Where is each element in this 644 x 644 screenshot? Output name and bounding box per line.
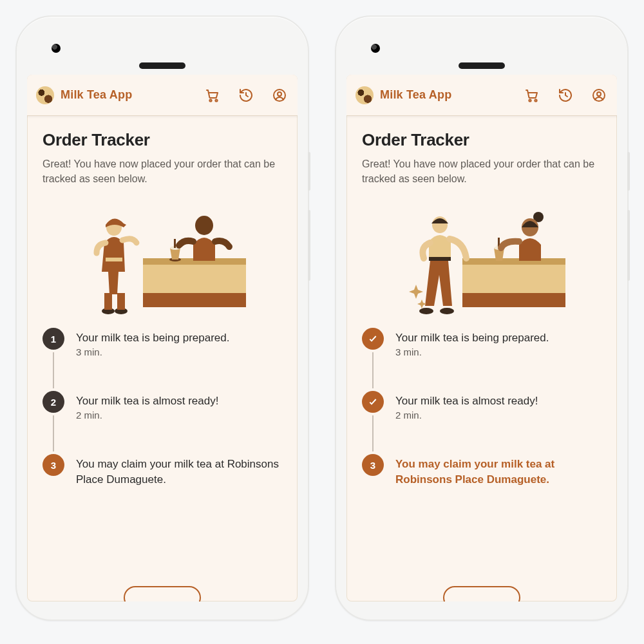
step-2: 2 Your milk tea is almost ready! 2 min. xyxy=(43,391,282,454)
step-eta: 3 min. xyxy=(395,346,549,357)
speaker-slot xyxy=(139,62,185,69)
step-badge: 1 xyxy=(43,328,64,350)
step-1: Your milk tea is being prepared. 3 min. xyxy=(362,328,601,391)
step-connector xyxy=(372,415,374,451)
illustration-counter xyxy=(43,196,282,319)
check-icon xyxy=(368,334,378,344)
svg-point-0 xyxy=(209,99,211,101)
phone-sensors xyxy=(27,27,298,75)
phone-mockup-progress: Milk Tea App Order Tracker Great! You ha… xyxy=(15,15,309,621)
step-badge-done xyxy=(362,391,384,413)
app-name: Milk Tea App xyxy=(61,88,132,102)
bottom-button-peek[interactable] xyxy=(443,586,520,601)
cart-icon[interactable] xyxy=(523,86,541,104)
svg-point-1 xyxy=(215,99,217,101)
page-subtitle: Great! You have now placed your order th… xyxy=(43,156,282,186)
account-icon[interactable] xyxy=(270,86,289,104)
svg-rect-9 xyxy=(174,239,176,248)
cart-icon[interactable] xyxy=(204,86,222,104)
step-3: 3 You may claim your milk tea at Robinso… xyxy=(362,454,601,488)
step-title: Your milk tea is almost ready! xyxy=(76,393,218,409)
app-bar: Milk Tea App xyxy=(346,75,617,116)
step-eta: 3 min. xyxy=(76,346,229,357)
svg-point-20 xyxy=(597,92,601,96)
history-icon[interactable] xyxy=(556,86,574,104)
step-title: Your milk tea is being prepared. xyxy=(395,330,549,346)
step-badge: 3 xyxy=(43,454,64,476)
app-bar: Milk Tea App xyxy=(27,75,298,116)
step-eta: 2 min. xyxy=(76,410,218,421)
step-connector xyxy=(53,352,54,388)
svg-point-3 xyxy=(278,92,281,96)
step-title: You may claim your milk tea at Robinsons… xyxy=(76,457,282,488)
step-connector xyxy=(372,352,374,388)
svg-point-17 xyxy=(529,99,531,101)
svg-point-30 xyxy=(419,308,433,314)
order-steps: 1 Your milk tea is being prepared. 3 min… xyxy=(43,328,282,488)
step-2: Your milk tea is almost ready! 2 min. xyxy=(362,391,601,454)
camera-dot xyxy=(52,44,61,53)
svg-rect-12 xyxy=(106,258,122,261)
page-content: Order Tracker Great! You have now placed… xyxy=(27,116,298,488)
app-screen: Milk Tea App Order Tracker Great! You ha… xyxy=(346,75,617,601)
phone-sensors xyxy=(346,27,617,75)
phone-mockup-ready: Milk Tea App Order Tracker Great! You ha… xyxy=(335,15,629,621)
illustration-pickup xyxy=(362,196,601,319)
svg-point-31 xyxy=(440,308,454,314)
page-title: Order Tracker xyxy=(43,130,282,150)
step-title: Your milk tea is being prepared. xyxy=(76,330,229,346)
svg-rect-16 xyxy=(117,293,125,310)
speaker-slot xyxy=(459,62,505,69)
camera-dot xyxy=(371,44,380,53)
step-badge-done xyxy=(362,328,384,350)
page-content: Order Tracker Great! You have now placed… xyxy=(346,116,617,488)
app-screen: Milk Tea App Order Tracker Great! You ha… xyxy=(27,75,298,601)
svg-point-18 xyxy=(535,99,536,101)
step-badge: 3 xyxy=(362,454,384,476)
account-icon[interactable] xyxy=(590,86,608,104)
page-title: Order Tracker xyxy=(362,130,601,150)
check-icon xyxy=(368,397,378,407)
svg-rect-29 xyxy=(429,257,451,261)
svg-rect-23 xyxy=(462,258,565,265)
step-badge: 2 xyxy=(43,391,64,413)
step-1: 1 Your milk tea is being prepared. 3 min… xyxy=(43,328,282,391)
step-eta: 2 min. xyxy=(395,410,538,421)
history-icon[interactable] xyxy=(237,86,255,104)
svg-rect-15 xyxy=(104,293,112,310)
order-steps: Your milk tea is being prepared. 3 min. … xyxy=(362,328,601,488)
step-3: 3 You may claim your milk tea at Robinso… xyxy=(43,454,282,488)
step-title: Your milk tea is almost ready! xyxy=(395,393,538,409)
step-connector xyxy=(53,415,54,451)
page-subtitle: Great! You have now placed your order th… xyxy=(362,156,601,186)
bottom-button-peek[interactable] xyxy=(124,586,201,601)
svg-rect-22 xyxy=(462,293,565,307)
app-name: Milk Tea App xyxy=(380,88,451,102)
svg-rect-5 xyxy=(143,293,246,307)
app-logo-icon xyxy=(355,86,374,104)
step-title-active: You may claim your milk tea at Robinsons… xyxy=(395,457,601,488)
svg-point-10 xyxy=(195,216,213,235)
app-logo-icon xyxy=(36,86,54,104)
